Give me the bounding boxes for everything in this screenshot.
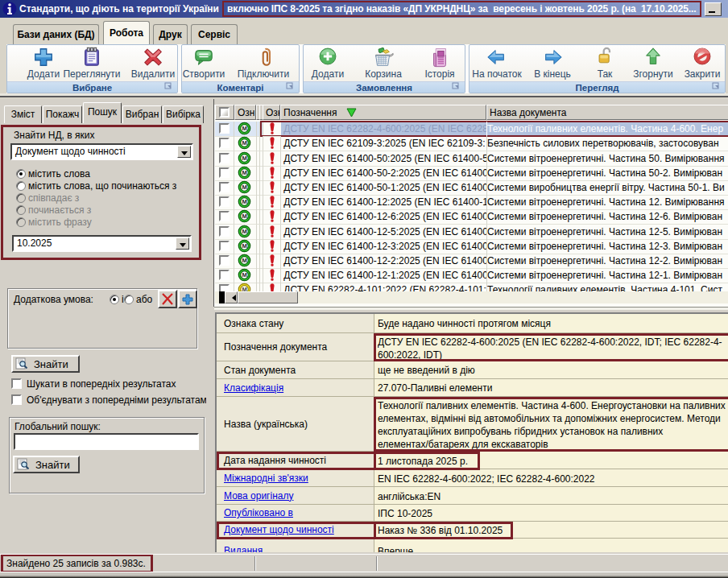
svg-text:M: M: [242, 213, 246, 221]
svg-text:M: M: [242, 271, 246, 279]
svg-text:M: M: [242, 125, 246, 132]
svg-text:M: M: [242, 155, 246, 162]
svg-text:M: M: [242, 198, 246, 205]
svg-text:M: M: [242, 184, 246, 191]
svg-text:M: M: [242, 169, 246, 176]
svg-text:M: M: [242, 257, 246, 264]
svg-text:M: M: [242, 242, 246, 250]
svg-text:M: M: [242, 140, 246, 147]
svg-text:M: M: [242, 228, 246, 235]
